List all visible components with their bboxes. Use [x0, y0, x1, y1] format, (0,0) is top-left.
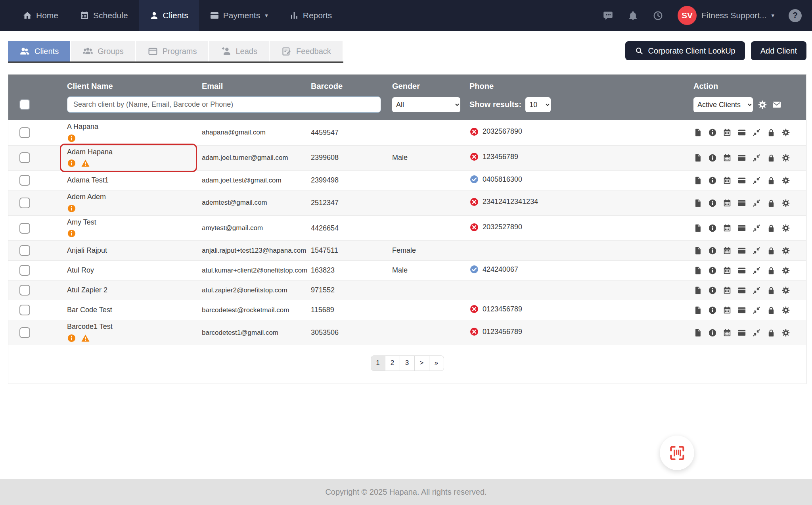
- envelope-icon[interactable]: [772, 100, 781, 109]
- info-icon[interactable]: [708, 176, 717, 185]
- info-icon[interactable]: [708, 128, 717, 137]
- compress-icon[interactable]: [752, 176, 761, 185]
- avatar[interactable]: SV: [678, 6, 697, 25]
- row-checkbox[interactable]: [19, 127, 30, 138]
- info-icon[interactable]: [708, 246, 717, 255]
- nav-item-payments[interactable]: Payments▾: [199, 0, 279, 31]
- row-checkbox[interactable]: [19, 327, 30, 338]
- credit-card-icon[interactable]: [737, 306, 746, 315]
- calendar-icon[interactable]: [723, 266, 732, 275]
- credit-card-icon[interactable]: [737, 224, 746, 232]
- info-icon[interactable]: [708, 286, 717, 295]
- compress-icon[interactable]: [752, 328, 761, 337]
- lock-icon[interactable]: [767, 154, 776, 162]
- calendar-icon[interactable]: [723, 306, 732, 315]
- lock-icon[interactable]: [767, 199, 776, 207]
- credit-card-icon[interactable]: [737, 286, 746, 295]
- document-icon[interactable]: [693, 328, 702, 337]
- document-icon[interactable]: [693, 266, 702, 275]
- bell-icon[interactable]: [628, 10, 638, 21]
- search-input[interactable]: [67, 96, 381, 113]
- calendar-icon[interactable]: [723, 154, 732, 162]
- tab-feedback[interactable]: Feedback: [270, 41, 343, 61]
- credit-card-icon[interactable]: [737, 128, 746, 137]
- calendar-icon[interactable]: [723, 199, 732, 207]
- info-icon[interactable]: [708, 266, 717, 275]
- credit-card-icon[interactable]: [737, 154, 746, 162]
- credit-card-icon[interactable]: [737, 328, 746, 337]
- nav-item-clients[interactable]: Clients: [139, 0, 199, 31]
- nav-item-home[interactable]: Home: [12, 0, 69, 31]
- info-icon[interactable]: [708, 154, 717, 162]
- tab-programs[interactable]: Programs: [136, 41, 209, 61]
- lock-icon[interactable]: [767, 286, 776, 295]
- compress-icon[interactable]: [752, 246, 761, 255]
- row-checkbox[interactable]: [19, 152, 30, 163]
- row-checkbox[interactable]: [19, 198, 30, 208]
- gear-icon[interactable]: [781, 199, 790, 207]
- pagination-button->[interactable]: >: [415, 355, 429, 371]
- nav-item-schedule[interactable]: Schedule: [69, 0, 139, 31]
- row-checkbox[interactable]: [19, 245, 30, 256]
- nav-item-reports[interactable]: Reports: [279, 0, 343, 31]
- document-icon[interactable]: [693, 224, 702, 232]
- credit-card-icon[interactable]: [737, 176, 746, 185]
- user-menu[interactable]: SV Fitness Support... ▾: [678, 6, 774, 25]
- info-icon[interactable]: [708, 328, 717, 337]
- lock-icon[interactable]: [767, 246, 776, 255]
- tab-groups[interactable]: Groups: [71, 41, 136, 61]
- row-checkbox[interactable]: [19, 175, 30, 186]
- pagination-button-3[interactable]: 3: [400, 355, 415, 371]
- row-checkbox[interactable]: [19, 285, 30, 296]
- row-checkbox[interactable]: [19, 265, 30, 276]
- row-checkbox[interactable]: [19, 223, 30, 234]
- document-icon[interactable]: [693, 176, 702, 185]
- gear-icon[interactable]: [781, 154, 790, 162]
- credit-card-icon[interactable]: [737, 199, 746, 207]
- gear-icon[interactable]: [781, 306, 790, 315]
- gear-icon[interactable]: [781, 176, 790, 185]
- pagination-button-2[interactable]: 2: [385, 355, 400, 371]
- compress-icon[interactable]: [752, 154, 761, 162]
- compress-icon[interactable]: [752, 286, 761, 295]
- barcode-scan-button[interactable]: [660, 436, 694, 470]
- compress-icon[interactable]: [752, 128, 761, 137]
- document-icon[interactable]: [693, 199, 702, 207]
- tab-clients[interactable]: Clients: [8, 41, 71, 61]
- document-icon[interactable]: [693, 154, 702, 162]
- lock-icon[interactable]: [767, 328, 776, 337]
- lock-icon[interactable]: [767, 224, 776, 232]
- clock-icon[interactable]: [653, 10, 663, 21]
- credit-card-icon[interactable]: [737, 266, 746, 275]
- calendar-icon[interactable]: [723, 176, 732, 185]
- show-results-select[interactable]: 10: [525, 97, 551, 112]
- calendar-icon[interactable]: [723, 224, 732, 232]
- info-icon[interactable]: [708, 224, 717, 232]
- gear-icon[interactable]: [781, 328, 790, 337]
- gear-icon[interactable]: [758, 100, 767, 109]
- gender-filter-select[interactable]: All: [392, 97, 460, 112]
- calendar-icon[interactable]: [723, 128, 732, 137]
- pagination-button-»[interactable]: »: [429, 355, 444, 371]
- compress-icon[interactable]: [752, 199, 761, 207]
- document-icon[interactable]: [693, 128, 702, 137]
- document-icon[interactable]: [693, 306, 702, 315]
- lock-icon[interactable]: [767, 128, 776, 137]
- calendar-icon[interactable]: [723, 328, 732, 337]
- lock-icon[interactable]: [767, 266, 776, 275]
- tab-leads[interactable]: Leads: [209, 41, 270, 61]
- info-icon[interactable]: [708, 306, 717, 315]
- info-icon[interactable]: [708, 199, 717, 207]
- credit-card-icon[interactable]: [737, 246, 746, 255]
- gear-icon[interactable]: [781, 224, 790, 232]
- row-checkbox[interactable]: [19, 305, 30, 315]
- calendar-icon[interactable]: [723, 286, 732, 295]
- help-icon[interactable]: ?: [789, 9, 802, 22]
- compress-icon[interactable]: [752, 266, 761, 275]
- compress-icon[interactable]: [752, 224, 761, 232]
- compress-icon[interactable]: [752, 306, 761, 315]
- client-status-filter-select[interactable]: Active Clients: [693, 97, 753, 112]
- gear-icon[interactable]: [781, 266, 790, 275]
- gear-icon[interactable]: [781, 286, 790, 295]
- document-icon[interactable]: [693, 286, 702, 295]
